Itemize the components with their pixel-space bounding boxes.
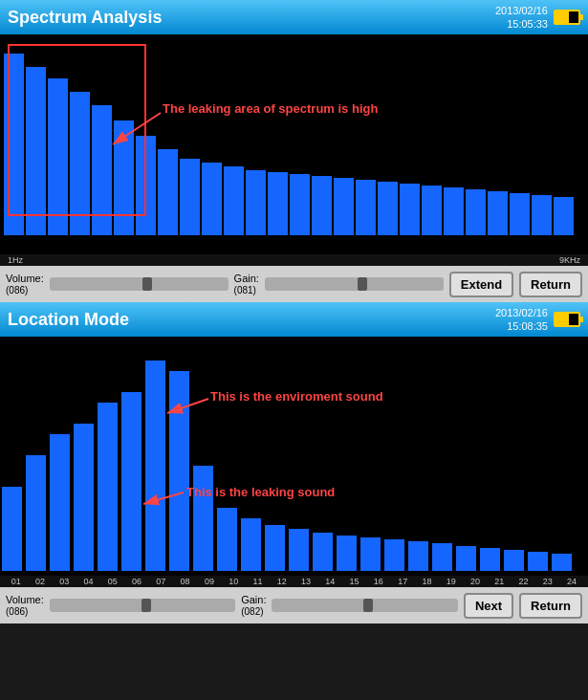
svg-rect-8 <box>158 149 178 235</box>
location-battery-fill <box>555 314 569 325</box>
location-x-label: 24 <box>567 577 577 586</box>
location-gain-slider[interactable] <box>272 599 457 612</box>
svg-rect-43 <box>313 533 333 571</box>
location-gain-slider-wrap <box>272 599 457 612</box>
location-x-label: 15 <box>350 577 359 586</box>
location-x-label: 11 <box>252 577 262 586</box>
location-datetime: 2013/02/16 15:08:35 <box>495 306 548 334</box>
svg-rect-4 <box>70 92 90 235</box>
spectrum-battery-icon <box>554 10 580 25</box>
svg-rect-22 <box>466 189 486 235</box>
svg-rect-32 <box>50 434 70 571</box>
location-volume-slider[interactable] <box>50 599 235 612</box>
location-x-label: 04 <box>83 577 93 586</box>
spectrum-axis-labels: 1Hz 9KHz <box>0 254 588 266</box>
location-next-button[interactable]: Next <box>464 593 513 619</box>
location-chart-svg <box>0 337 588 576</box>
svg-rect-2 <box>26 67 46 235</box>
svg-rect-3 <box>48 78 68 235</box>
location-x-label: 05 <box>108 577 118 586</box>
svg-rect-35 <box>121 392 142 571</box>
svg-rect-41 <box>265 525 285 571</box>
svg-rect-33 <box>74 424 94 571</box>
spectrum-battery-fill <box>555 11 569 23</box>
location-x-label: 19 <box>446 577 456 586</box>
location-x-label: 02 <box>35 577 45 586</box>
location-x-label: 10 <box>229 577 238 586</box>
spectrum-panel: Spectrum Analysis 2013/02/16 15:05:33 Th… <box>0 0 588 302</box>
location-x-label: 16 <box>374 577 383 586</box>
location-x-label: 08 <box>181 577 190 586</box>
location-x-label: 17 <box>398 577 407 586</box>
svg-rect-9 <box>180 159 200 235</box>
location-header-right: 2013/02/16 15:08:35 <box>495 306 580 334</box>
svg-rect-14 <box>290 174 310 235</box>
svg-rect-40 <box>241 518 261 571</box>
location-x-label: 09 <box>205 577 214 586</box>
svg-rect-51 <box>504 550 524 571</box>
location-x-label: 01 <box>11 577 21 586</box>
location-header: Location Mode 2013/02/16 15:08:35 <box>0 302 588 337</box>
location-x-label: 22 <box>519 577 529 586</box>
spectrum-volume-label: Volume: (086) <box>6 273 44 295</box>
svg-rect-10 <box>202 163 222 235</box>
svg-rect-53 <box>552 554 572 571</box>
location-x-label: 06 <box>132 577 142 586</box>
svg-rect-19 <box>400 184 420 235</box>
location-x-label: 14 <box>325 577 335 586</box>
svg-rect-23 <box>488 191 508 235</box>
svg-rect-52 <box>528 552 548 571</box>
svg-rect-24 <box>510 193 530 235</box>
svg-rect-34 <box>98 403 118 571</box>
svg-rect-49 <box>456 546 476 571</box>
location-panel: Location Mode 2013/02/16 15:08:35 This i… <box>0 302 588 623</box>
svg-rect-44 <box>337 536 357 571</box>
svg-rect-30 <box>2 487 22 571</box>
location-x-axis: 0102030405060708091011121314151617181920… <box>0 576 588 587</box>
spectrum-gain-label: Gain: (081) <box>234 273 259 295</box>
location-chart-area: This is the enviroment sound This is the… <box>0 337 588 576</box>
svg-rect-18 <box>378 182 398 235</box>
svg-rect-16 <box>334 178 354 235</box>
location-volume-slider-wrap <box>50 599 235 612</box>
svg-rect-17 <box>356 180 376 235</box>
spectrum-datetime: 2013/02/16 15:05:33 <box>495 4 548 32</box>
location-gain-label: Gain: (082) <box>241 594 266 617</box>
spectrum-header-right: 2013/02/16 15:05:33 <box>495 4 580 32</box>
svg-rect-1 <box>4 54 24 235</box>
location-x-label: 03 <box>59 577 69 586</box>
svg-rect-6 <box>114 120 134 235</box>
location-volume-label: Volume: (086) <box>6 594 44 617</box>
svg-rect-38 <box>193 466 213 571</box>
location-x-label: 13 <box>301 577 311 586</box>
location-x-label: 21 <box>494 577 504 586</box>
location-control-bar: Volume: (086) Gain: (082) Next Return <box>0 587 588 623</box>
location-x-label: 23 <box>543 577 553 586</box>
location-title: Location Mode <box>8 310 129 330</box>
location-x-label: 12 <box>277 577 287 586</box>
spectrum-axis-left: 1Hz <box>8 255 23 265</box>
spectrum-gain-slider[interactable] <box>265 277 444 291</box>
spectrum-title: Spectrum Analysis <box>8 8 162 28</box>
svg-rect-37 <box>169 371 189 571</box>
location-battery-icon <box>554 312 580 327</box>
spectrum-extend-button[interactable]: Extend <box>449 272 513 297</box>
location-return-button[interactable]: Return <box>519 593 582 619</box>
svg-rect-26 <box>554 197 574 235</box>
spectrum-volume-slider-wrap <box>50 277 229 291</box>
svg-rect-11 <box>224 166 244 235</box>
svg-rect-25 <box>532 195 552 235</box>
spectrum-volume-slider[interactable] <box>50 277 229 291</box>
svg-rect-46 <box>384 539 404 571</box>
svg-rect-39 <box>217 508 237 571</box>
svg-rect-31 <box>26 455 46 571</box>
svg-rect-5 <box>92 105 112 235</box>
location-x-label: 18 <box>422 577 431 586</box>
svg-rect-48 <box>432 543 452 571</box>
spectrum-gain-slider-wrap <box>265 277 444 291</box>
spectrum-return-button[interactable]: Return <box>519 272 582 297</box>
svg-rect-42 <box>289 529 309 571</box>
svg-rect-20 <box>422 186 442 235</box>
svg-rect-47 <box>408 541 428 571</box>
spectrum-control-bar: Volume: (086) Gain: (081) Extend Return <box>0 266 588 302</box>
